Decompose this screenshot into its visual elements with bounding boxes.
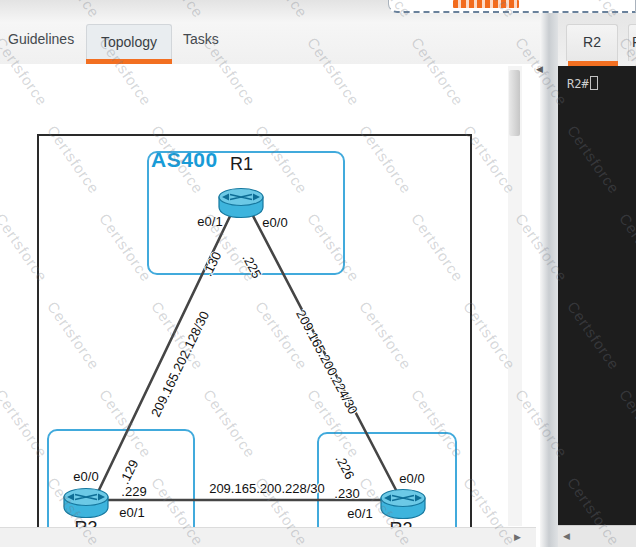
router-r3[interactable] xyxy=(61,486,111,519)
scroll-right-icon[interactable]: ▶ xyxy=(514,533,521,542)
r1-e00-label: e0/0 xyxy=(262,215,287,230)
terminal-horizontal-scrollbar[interactable]: ◀ xyxy=(558,525,636,547)
vertical-scrollbar-thumb[interactable] xyxy=(509,70,520,136)
topology-page: AS400 R1 AS 600 R3 AS 500 R2 e0/1 e0/0 .… xyxy=(0,64,524,527)
r2-e01-label: e0/1 xyxy=(347,506,372,521)
router-r2[interactable] xyxy=(378,487,428,520)
tab-topology[interactable]: Topology xyxy=(86,24,172,59)
tab-tasks[interactable]: Tasks xyxy=(183,31,219,47)
exam-simulator-window: Guidelines Topology Tasks AS400 R1 AS 60… xyxy=(0,0,636,547)
terminal-prompt-line: R2# xyxy=(567,76,598,91)
terminal-cursor xyxy=(590,76,598,90)
r1-label: R1 xyxy=(230,154,253,175)
r2-e00-label: e0/0 xyxy=(399,471,424,486)
r3-ip-229: .229 xyxy=(121,484,146,499)
r3-e01-label: e0/1 xyxy=(119,505,144,520)
left-panel-horizontal-scrollbar[interactable]: ▶ xyxy=(0,527,536,547)
terminal-tab-r2[interactable]: R2 xyxy=(566,24,618,61)
topology-diagram-frame: AS400 R1 AS 600 R3 AS 500 R2 e0/1 e0/0 .… xyxy=(37,134,472,547)
panel-divider xyxy=(540,13,560,547)
clipped-top-popup xyxy=(388,0,636,13)
terminal-tab-partial[interactable]: R xyxy=(628,24,636,61)
r2-ip-230: .230 xyxy=(334,486,359,501)
collapse-panel-icon[interactable]: ◀ xyxy=(536,64,543,74)
tab-guidelines[interactable]: Guidelines xyxy=(8,31,74,47)
terminal-prompt: R2# xyxy=(567,77,589,91)
scroll-left-icon[interactable]: ◀ xyxy=(563,532,570,541)
clipped-orange-link[interactable] xyxy=(453,0,519,8)
left-panel-vertical-scrollbar[interactable] xyxy=(508,66,522,526)
r3-e00-label: e0/0 xyxy=(73,469,98,484)
subnet-200-228: 209.165.200.228/30 xyxy=(209,481,325,496)
as400-label: AS400 xyxy=(151,148,218,172)
router-r1[interactable] xyxy=(216,186,266,219)
terminal-console[interactable]: R2# xyxy=(558,66,636,525)
